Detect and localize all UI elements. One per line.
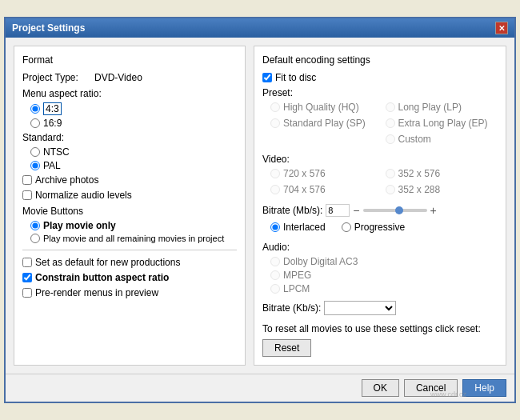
ep-radio[interactable] [386,118,395,128]
bitrate-row: Bitrate (Mb/s): − + [262,204,498,217]
constrain-row: Constrain button aspect ratio [22,272,237,283]
v720x576-row: 720 x 576 [270,168,383,179]
pal-row: PAL [30,160,237,171]
archive-photos-checkbox[interactable] [22,175,32,185]
pre-render-label: Pre-render menus in preview [35,287,158,298]
ntsc-radio[interactable] [30,147,40,157]
ok-button[interactable]: OK [362,379,399,397]
normalize-audio-label: Normalize audio levels [35,190,132,201]
bitrate-plus-button[interactable]: + [430,205,437,216]
ntsc-row: NTSC [30,146,237,158]
play-movie-all-label: Play movie and all remaining movies in p… [43,234,224,243]
v704x576-row: 704 x 576 [270,184,383,195]
dolby-label: Dolby Digital AC3 [283,256,358,267]
standard-group: NTSC PAL [30,146,237,171]
audio-label: Audio: [262,242,498,253]
lp-label: Long Play (LP) [398,102,462,113]
bitrate-slider-track[interactable] [363,209,427,212]
v352x288-radio[interactable] [386,185,395,194]
play-movie-all-row: Play movie and all remaining movies in p… [30,234,237,243]
video-grid: 720 x 576 352 x 576 704 x 576 352 x 288 [270,168,498,198]
v352x576-row: 352 x 576 [386,168,498,179]
aspect-4-3-radio[interactable] [30,104,40,114]
normalize-audio-row: Normalize audio levels [22,190,237,201]
ntsc-label: NTSC [43,146,70,158]
interlaced-row: Interlaced [270,222,326,233]
movie-buttons-section: Movie Buttons Play movie only Play movie… [22,206,237,243]
ep-label: Extra Long Play (EP) [398,118,488,129]
audio-bitrate-row: Bitrate (Kb/s): [262,301,498,315]
bitrate-minus-button[interactable]: − [353,205,359,216]
mpeg-row: MPEG [270,270,498,281]
custom-radio[interactable] [386,134,395,144]
lp-radio[interactable] [386,102,395,112]
play-movie-all-radio[interactable] [30,234,40,243]
progressive-label: Progressive [354,222,405,233]
normalize-audio-checkbox[interactable] [22,190,32,200]
right-panel: Default encoding settings Fit to disc Pr… [254,46,506,366]
aspect-4-3-label: 4:3 [43,102,62,115]
reset-button[interactable]: Reset [262,339,311,357]
pre-render-checkbox[interactable] [22,288,32,298]
interlaced-radio[interactable] [270,222,280,232]
scan-mode-group: Interlaced Progressive [270,222,498,235]
preset-label: Preset: [262,87,498,98]
ep-row: Extra Long Play (EP) [386,118,498,129]
aspect-ratio-group: 4:3 16:9 [30,102,237,129]
sp-row: Standard Play (SP) [270,118,383,129]
v352x576-radio[interactable] [386,169,395,178]
audio-section: Audio: Dolby Digital AC3 MPEG LPCM [262,242,498,294]
video-section: Video: 720 x 576 352 x 576 704 x 576 [262,154,498,198]
bitrate-input[interactable] [326,204,350,217]
audio-bitrate-label: Bitrate (Kb/s): [262,302,321,314]
video-label: Video: [262,154,498,165]
progressive-radio[interactable] [342,222,351,232]
bitrate-slider-thumb[interactable] [395,206,403,214]
v704x576-radio[interactable] [270,185,280,194]
sp-label: Standard Play (SP) [283,118,366,129]
v704x576-label: 704 x 576 [283,184,326,195]
progressive-row: Progressive [342,222,405,233]
aspect-16-9-radio[interactable] [30,118,40,128]
pal-radio[interactable] [30,161,40,170]
format-section-title: Format [22,54,237,66]
left-panel: Format Project Type: DVD-Video Menu aspe… [14,46,246,366]
dolby-radio[interactable] [270,257,280,266]
reset-note: To reset all movies to use these setting… [262,323,498,334]
play-movie-only-label: Play movie only [43,220,116,231]
encoding-section-title: Default encoding settings [262,54,498,66]
audio-bitrate-dropdown[interactable] [324,301,396,315]
fit-to-disc-label: Fit to disc [275,72,316,83]
project-type-value: DVD-Video [94,72,142,83]
lp-row: Long Play (LP) [386,102,498,113]
audio-codec-group: Dolby Digital AC3 MPEG LPCM [270,256,498,294]
dialog-body: Format Project Type: DVD-Video Menu aspe… [6,38,514,374]
v352x288-row: 352 x 288 [386,184,498,195]
fit-to-disc-checkbox[interactable] [262,73,272,82]
play-movie-only-row: Play movie only [30,220,237,231]
mpeg-radio[interactable] [270,270,280,280]
menu-aspect-label: Menu aspect ratio: [22,88,237,99]
archive-photos-row: Archive photos [22,174,237,186]
close-button[interactable]: ✕ [495,22,508,34]
hq-radio[interactable] [270,102,280,112]
title-bar: Project Settings ✕ [6,18,514,38]
movie-buttons-label: Movie Buttons [22,206,237,217]
pal-label: PAL [43,160,61,171]
aspect-16-9-row: 16:9 [30,118,237,129]
sp-radio[interactable] [270,118,280,128]
help-button[interactable]: Help [462,379,506,397]
movie-buttons-group: Play movie only Play movie and all remai… [30,220,237,243]
v352x288-label: 352 x 288 [398,184,441,195]
v720x576-radio[interactable] [270,169,280,178]
hq-label: High Quality (HQ) [283,102,359,113]
bitrate-label: Bitrate (Mb/s): [262,205,322,216]
constrain-label: Constrain button aspect ratio [35,272,169,283]
preset-grid: High Quality (HQ) Long Play (LP) Standar… [270,102,498,147]
dolby-row: Dolby Digital AC3 [270,256,498,267]
constrain-checkbox[interactable] [22,273,32,282]
set-default-checkbox[interactable] [22,258,32,267]
play-movie-only-radio[interactable] [30,221,40,230]
lpcm-radio[interactable] [270,284,280,294]
set-default-row: Set as default for new productions [22,257,237,268]
